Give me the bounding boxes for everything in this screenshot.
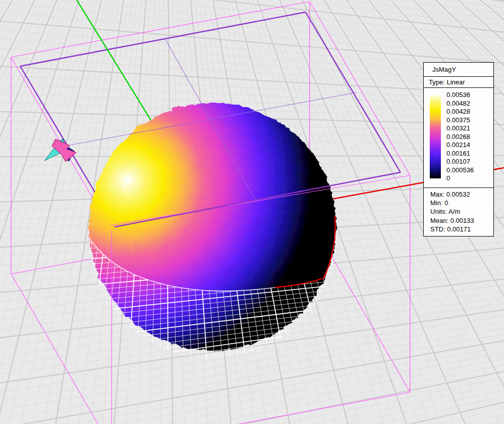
colorbar-tick-label: 0.00268 (446, 133, 474, 140)
stat-units: Units: A/m (430, 207, 493, 216)
colorbar-tick-label: 0.00214 (446, 142, 474, 148)
legend-stats: Max: 0.00532 Min: 0 Units: A/m Mean: 0.0… (424, 188, 493, 236)
colorbar-tick-label: 0.000536 (446, 167, 474, 173)
colorbar-tick-label: 0.00536 (446, 91, 474, 98)
sphere-model[interactable] (88, 102, 335, 350)
colorbar-gradient (430, 94, 441, 178)
legend-scale-type: Type: Linear (424, 77, 493, 88)
colorbar-tick-label: 0.00161 (446, 150, 474, 157)
3d-viewport[interactable]: JsMagY Type: Linear 0.00536 0.00482 0.00… (0, 0, 504, 424)
colorbar-tick-label: 0.00321 (446, 125, 474, 131)
stat-std: STD: 0.00171 (430, 225, 493, 233)
colorbar-tick-label: 0.00375 (446, 117, 474, 123)
stat-min: Min: 0 (430, 199, 493, 207)
colorbar-tick-label: 0 (446, 175, 474, 181)
colorbar-labels: 0.00536 0.00482 0.00428 0.00375 0.00321 … (446, 91, 474, 181)
stat-mean: Mean: 0.00133 (430, 216, 493, 225)
legend-colorbar-section: 0.00536 0.00482 0.00428 0.00375 0.00321 … (424, 88, 493, 188)
results-legend[interactable]: JsMagY Type: Linear 0.00536 0.00482 0.00… (423, 62, 494, 237)
colorbar-tick-label: 0.00428 (446, 108, 474, 115)
colorbar-tick-label: 0.00107 (446, 158, 474, 165)
stat-max: Max: 0.00532 (430, 190, 493, 199)
colorbar-tick-label: 0.00482 (446, 100, 474, 107)
legend-title: JsMagY (424, 63, 493, 77)
